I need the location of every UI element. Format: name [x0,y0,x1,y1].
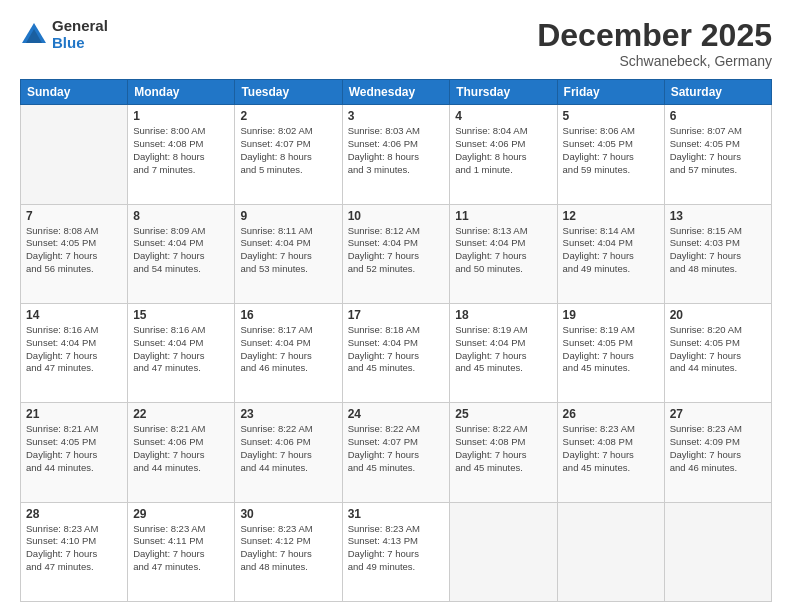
week-row-1: 1Sunrise: 8:00 AM Sunset: 4:08 PM Daylig… [21,105,772,204]
day-info: Sunrise: 8:16 AM Sunset: 4:04 PM Dayligh… [26,324,122,375]
calendar-cell: 4Sunrise: 8:04 AM Sunset: 4:06 PM Daylig… [450,105,557,204]
day-info: Sunrise: 8:11 AM Sunset: 4:04 PM Dayligh… [240,225,336,276]
day-info: Sunrise: 8:12 AM Sunset: 4:04 PM Dayligh… [348,225,445,276]
day-info: Sunrise: 8:22 AM Sunset: 4:07 PM Dayligh… [348,423,445,474]
logo-icon [20,21,48,49]
day-number: 3 [348,109,445,123]
week-row-4: 21Sunrise: 8:21 AM Sunset: 4:05 PM Dayli… [21,403,772,502]
day-number: 8 [133,209,229,223]
day-number: 28 [26,507,122,521]
month-title: December 2025 [537,18,772,53]
day-info: Sunrise: 8:21 AM Sunset: 4:06 PM Dayligh… [133,423,229,474]
day-info: Sunrise: 8:21 AM Sunset: 4:05 PM Dayligh… [26,423,122,474]
calendar-cell: 14Sunrise: 8:16 AM Sunset: 4:04 PM Dayli… [21,303,128,402]
calendar-cell: 27Sunrise: 8:23 AM Sunset: 4:09 PM Dayli… [664,403,771,502]
day-info: Sunrise: 8:16 AM Sunset: 4:04 PM Dayligh… [133,324,229,375]
day-number: 30 [240,507,336,521]
week-row-3: 14Sunrise: 8:16 AM Sunset: 4:04 PM Dayli… [21,303,772,402]
day-info: Sunrise: 8:04 AM Sunset: 4:06 PM Dayligh… [455,125,551,176]
calendar-cell [21,105,128,204]
day-number: 23 [240,407,336,421]
day-number: 31 [348,507,445,521]
calendar-cell: 11Sunrise: 8:13 AM Sunset: 4:04 PM Dayli… [450,204,557,303]
day-number: 15 [133,308,229,322]
day-number: 16 [240,308,336,322]
day-info: Sunrise: 8:17 AM Sunset: 4:04 PM Dayligh… [240,324,336,375]
day-info: Sunrise: 8:23 AM Sunset: 4:09 PM Dayligh… [670,423,766,474]
calendar-cell: 12Sunrise: 8:14 AM Sunset: 4:04 PM Dayli… [557,204,664,303]
calendar-cell: 30Sunrise: 8:23 AM Sunset: 4:12 PM Dayli… [235,502,342,601]
day-number: 9 [240,209,336,223]
page: General Blue December 2025 Schwanebeck, … [0,0,792,612]
day-number: 14 [26,308,122,322]
title-block: December 2025 Schwanebeck, Germany [537,18,772,69]
day-info: Sunrise: 8:15 AM Sunset: 4:03 PM Dayligh… [670,225,766,276]
calendar-cell [664,502,771,601]
logo-general-text: General [52,18,108,35]
calendar-cell: 15Sunrise: 8:16 AM Sunset: 4:04 PM Dayli… [128,303,235,402]
calendar-cell: 6Sunrise: 8:07 AM Sunset: 4:05 PM Daylig… [664,105,771,204]
calendar-cell: 8Sunrise: 8:09 AM Sunset: 4:04 PM Daylig… [128,204,235,303]
day-info: Sunrise: 8:23 AM Sunset: 4:13 PM Dayligh… [348,523,445,574]
calendar-cell: 29Sunrise: 8:23 AM Sunset: 4:11 PM Dayli… [128,502,235,601]
day-number: 22 [133,407,229,421]
calendar-cell: 22Sunrise: 8:21 AM Sunset: 4:06 PM Dayli… [128,403,235,502]
calendar-header-row: SundayMondayTuesdayWednesdayThursdayFrid… [21,80,772,105]
logo-blue-text: Blue [52,35,108,52]
calendar-header-friday: Friday [557,80,664,105]
day-info: Sunrise: 8:23 AM Sunset: 4:11 PM Dayligh… [133,523,229,574]
day-info: Sunrise: 8:03 AM Sunset: 4:06 PM Dayligh… [348,125,445,176]
calendar-cell: 13Sunrise: 8:15 AM Sunset: 4:03 PM Dayli… [664,204,771,303]
logo-text: General Blue [52,18,108,51]
calendar-header-saturday: Saturday [664,80,771,105]
day-info: Sunrise: 8:00 AM Sunset: 4:08 PM Dayligh… [133,125,229,176]
day-number: 12 [563,209,659,223]
calendar-cell: 20Sunrise: 8:20 AM Sunset: 4:05 PM Dayli… [664,303,771,402]
day-info: Sunrise: 8:20 AM Sunset: 4:05 PM Dayligh… [670,324,766,375]
day-info: Sunrise: 8:23 AM Sunset: 4:10 PM Dayligh… [26,523,122,574]
calendar-cell: 9Sunrise: 8:11 AM Sunset: 4:04 PM Daylig… [235,204,342,303]
day-number: 29 [133,507,229,521]
calendar-cell [557,502,664,601]
calendar-cell: 2Sunrise: 8:02 AM Sunset: 4:07 PM Daylig… [235,105,342,204]
calendar-header-tuesday: Tuesday [235,80,342,105]
week-row-5: 28Sunrise: 8:23 AM Sunset: 4:10 PM Dayli… [21,502,772,601]
day-number: 1 [133,109,229,123]
day-info: Sunrise: 8:22 AM Sunset: 4:08 PM Dayligh… [455,423,551,474]
day-info: Sunrise: 8:08 AM Sunset: 4:05 PM Dayligh… [26,225,122,276]
calendar-cell: 3Sunrise: 8:03 AM Sunset: 4:06 PM Daylig… [342,105,450,204]
calendar-cell: 17Sunrise: 8:18 AM Sunset: 4:04 PM Dayli… [342,303,450,402]
day-number: 4 [455,109,551,123]
calendar-cell [450,502,557,601]
calendar-header-monday: Monday [128,80,235,105]
calendar-cell: 31Sunrise: 8:23 AM Sunset: 4:13 PM Dayli… [342,502,450,601]
day-number: 10 [348,209,445,223]
day-info: Sunrise: 8:23 AM Sunset: 4:12 PM Dayligh… [240,523,336,574]
calendar-table: SundayMondayTuesdayWednesdayThursdayFrid… [20,79,772,602]
day-number: 13 [670,209,766,223]
day-number: 5 [563,109,659,123]
day-number: 7 [26,209,122,223]
calendar-cell: 26Sunrise: 8:23 AM Sunset: 4:08 PM Dayli… [557,403,664,502]
day-info: Sunrise: 8:02 AM Sunset: 4:07 PM Dayligh… [240,125,336,176]
calendar-header-thursday: Thursday [450,80,557,105]
calendar-cell: 19Sunrise: 8:19 AM Sunset: 4:05 PM Dayli… [557,303,664,402]
day-info: Sunrise: 8:07 AM Sunset: 4:05 PM Dayligh… [670,125,766,176]
logo: General Blue [20,18,108,51]
week-row-2: 7Sunrise: 8:08 AM Sunset: 4:05 PM Daylig… [21,204,772,303]
calendar-cell: 10Sunrise: 8:12 AM Sunset: 4:04 PM Dayli… [342,204,450,303]
day-number: 20 [670,308,766,322]
day-number: 25 [455,407,551,421]
calendar-cell: 23Sunrise: 8:22 AM Sunset: 4:06 PM Dayli… [235,403,342,502]
day-info: Sunrise: 8:19 AM Sunset: 4:05 PM Dayligh… [563,324,659,375]
day-number: 24 [348,407,445,421]
location-subtitle: Schwanebeck, Germany [537,53,772,69]
day-info: Sunrise: 8:23 AM Sunset: 4:08 PM Dayligh… [563,423,659,474]
day-info: Sunrise: 8:18 AM Sunset: 4:04 PM Dayligh… [348,324,445,375]
day-number: 26 [563,407,659,421]
day-number: 18 [455,308,551,322]
day-number: 27 [670,407,766,421]
day-number: 19 [563,308,659,322]
calendar-header-sunday: Sunday [21,80,128,105]
calendar-cell: 28Sunrise: 8:23 AM Sunset: 4:10 PM Dayli… [21,502,128,601]
